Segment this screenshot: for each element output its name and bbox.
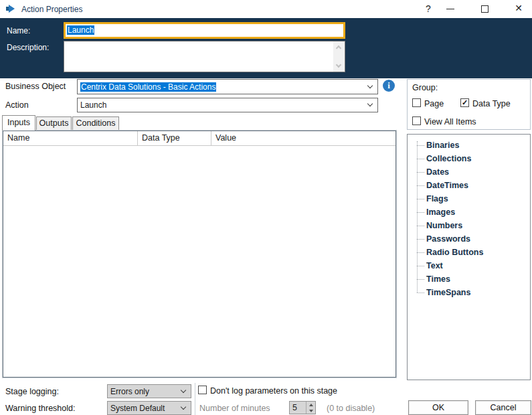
maximize-icon <box>481 5 489 13</box>
tree-item-times[interactable]: Times <box>426 272 530 286</box>
page-checkbox-label[interactable]: Page <box>424 99 444 108</box>
data-type-checkbox-label[interactable]: Data Type <box>472 99 511 108</box>
help-button[interactable]: ? <box>418 0 438 17</box>
action-label: Action <box>5 100 29 110</box>
maximize-button[interactable] <box>475 0 495 17</box>
tree-item-radio-buttons[interactable]: Radio Buttons <box>426 246 530 259</box>
stage-logging-value: Errors only <box>110 387 149 396</box>
name-selected-text: Launch <box>67 25 94 35</box>
name-input[interactable]: Launch <box>64 22 345 39</box>
data-type-checkbox[interactable]: ✓ <box>460 98 469 107</box>
close-button[interactable]: ✕ <box>509 0 529 17</box>
grid-column-data-type[interactable]: Data Type <box>138 131 211 145</box>
tab-inputs[interactable]: Inputs <box>2 115 35 131</box>
action-stage-icon <box>5 3 16 14</box>
spinner-down-button[interactable] <box>306 408 315 414</box>
grid-header-row: Name Data Type Value <box>3 131 395 146</box>
action-value: Launch <box>80 100 106 110</box>
chevron-down-icon <box>181 387 186 392</box>
scroll-up-icon <box>336 46 341 51</box>
chevron-down-icon <box>181 404 186 409</box>
description-textarea[interactable] <box>64 41 345 72</box>
tab-conditions[interactable]: Conditions <box>72 116 119 131</box>
tree-item-datetimes[interactable]: DateTimes <box>426 179 530 192</box>
minutes-value: 5 <box>292 403 297 412</box>
group-title: Group: <box>412 83 438 92</box>
chevron-down-icon <box>367 82 373 88</box>
description-scrollbar[interactable] <box>333 42 345 72</box>
title-bar: Action Properties ? ✕ <box>0 0 532 18</box>
tree-item-collections[interactable]: Collections <box>426 152 530 165</box>
grid-column-name[interactable]: Name <box>3 131 138 145</box>
window-title: Action Properties <box>21 5 82 14</box>
disable-hint: (0 to disable) <box>327 404 375 413</box>
checkmark-icon: ✓ <box>462 98 468 106</box>
spinner-down-icon <box>309 410 313 412</box>
page-checkbox[interactable] <box>412 98 421 107</box>
minimize-button[interactable] <box>440 0 460 17</box>
ok-button[interactable]: OK <box>408 400 468 415</box>
tree-item-flags[interactable]: Flags <box>426 192 530 205</box>
view-all-items-checkbox[interactable] <box>412 116 421 125</box>
view-all-items-checkbox-label[interactable]: View All Items <box>424 117 476 127</box>
cancel-button[interactable]: Cancel <box>475 400 531 415</box>
footer-divider <box>195 383 195 415</box>
dont-log-checkbox[interactable] <box>198 386 207 394</box>
dont-log-checkbox-label[interactable]: Don't log parameters on this stage <box>210 386 337 396</box>
data-items-tree[interactable]: Binaries Collections Dates DateTimes Fla… <box>407 134 531 380</box>
name-description-panel: Name: Launch Description: <box>0 18 532 78</box>
tree-item-numbers[interactable]: Numbers <box>426 219 530 232</box>
name-label: Name: <box>7 26 30 35</box>
number-of-minutes-label: Number of minutes <box>199 404 270 413</box>
spinner-up-icon <box>309 404 313 406</box>
grid-column-value[interactable]: Value <box>211 131 395 145</box>
warning-threshold-select[interactable]: System Default <box>107 401 191 415</box>
tree-item-timespans[interactable]: TimeSpans <box>426 286 530 299</box>
tree-item-text[interactable]: Text <box>426 259 530 272</box>
warning-threshold-label: Warning threshold: <box>5 404 75 413</box>
action-properties-dialog: Action Properties ? ✕ Name: Launch Descr… <box>0 0 532 415</box>
stage-logging-select[interactable]: Errors only <box>107 384 191 398</box>
action-select[interactable]: Launch <box>77 98 378 112</box>
chevron-down-icon <box>367 101 373 106</box>
tree-item-binaries[interactable]: Binaries <box>426 139 530 152</box>
scroll-down-icon <box>336 62 341 68</box>
warning-threshold-value: System Default <box>110 404 165 413</box>
tree-item-images[interactable]: Images <box>426 205 530 219</box>
description-label: Description: <box>7 43 49 52</box>
info-icon[interactable]: i <box>383 80 395 92</box>
stage-logging-label: Stage logging: <box>5 387 59 396</box>
minutes-spinner[interactable]: 5 <box>289 401 316 414</box>
business-object-label: Business Object <box>5 82 66 91</box>
spinner-up-button[interactable] <box>306 402 315 408</box>
inputs-grid[interactable]: Name Data Type Value <box>2 130 397 378</box>
minimize-icon <box>446 9 454 9</box>
business-object-value: Centrix Data Solutions - Basic Actions <box>80 82 216 92</box>
tab-outputs[interactable]: Outputs <box>36 116 72 131</box>
business-object-select[interactable]: Centrix Data Solutions - Basic Actions <box>77 79 378 94</box>
tree-item-passwords[interactable]: Passwords <box>426 232 530 246</box>
tree-item-dates[interactable]: Dates <box>426 165 530 179</box>
